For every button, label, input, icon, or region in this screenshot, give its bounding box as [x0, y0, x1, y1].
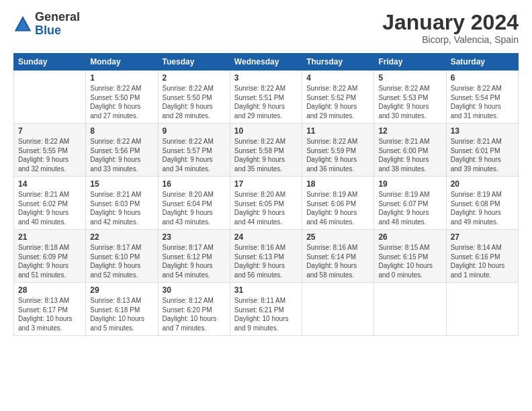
day-number: 25	[306, 232, 369, 242]
day-number: 8	[90, 126, 153, 136]
day-number: 2	[163, 73, 226, 83]
day-number: 15	[90, 179, 153, 189]
week-row-0: 1Sunrise: 8:22 AMSunset: 5:50 PMDaylight…	[14, 71, 519, 124]
calendar-cell: 19Sunrise: 8:19 AMSunset: 6:07 PMDayligh…	[374, 177, 446, 230]
day-info: Sunrise: 8:22 AMSunset: 5:53 PMDaylight:…	[378, 84, 441, 120]
calendar-cell: 27Sunrise: 8:14 AMSunset: 6:16 PMDayligh…	[446, 230, 518, 283]
day-info: Sunrise: 8:22 AMSunset: 5:58 PMDaylight:…	[234, 137, 298, 173]
calendar-cell: 17Sunrise: 8:20 AMSunset: 6:05 PMDayligh…	[230, 177, 302, 230]
day-number: 20	[451, 179, 514, 189]
day-number: 14	[18, 179, 81, 189]
day-info: Sunrise: 8:22 AMSunset: 5:50 PMDaylight:…	[90, 84, 153, 120]
week-row-2: 14Sunrise: 8:21 AMSunset: 6:02 PMDayligh…	[14, 177, 519, 230]
day-number: 19	[378, 179, 441, 189]
weekday-header-wednesday: Wednesday	[230, 54, 302, 71]
calendar-cell: 12Sunrise: 8:21 AMSunset: 6:00 PMDayligh…	[374, 124, 446, 177]
day-number: 27	[451, 232, 514, 242]
day-number: 16	[163, 179, 226, 189]
day-info: Sunrise: 8:21 AMSunset: 6:01 PMDaylight:…	[451, 137, 514, 173]
calendar-cell: 10Sunrise: 8:22 AMSunset: 5:58 PMDayligh…	[230, 124, 302, 177]
calendar-cell: 25Sunrise: 8:16 AMSunset: 6:14 PMDayligh…	[302, 230, 374, 283]
day-info: Sunrise: 8:13 AMSunset: 6:18 PMDaylight:…	[90, 296, 153, 332]
calendar-cell: 3Sunrise: 8:22 AMSunset: 5:51 PMDaylight…	[230, 71, 302, 124]
weekday-header-row: SundayMondayTuesdayWednesdayThursdayFrid…	[14, 54, 519, 71]
week-row-1: 7Sunrise: 8:22 AMSunset: 5:55 PMDaylight…	[14, 124, 519, 177]
calendar-cell: 13Sunrise: 8:21 AMSunset: 6:01 PMDayligh…	[446, 124, 518, 177]
calendar-table: SundayMondayTuesdayWednesdayThursdayFrid…	[13, 53, 519, 336]
calendar-cell: 9Sunrise: 8:22 AMSunset: 5:57 PMDaylight…	[158, 124, 230, 177]
day-info: Sunrise: 8:19 AMSunset: 6:06 PMDaylight:…	[306, 190, 369, 226]
day-number: 3	[234, 73, 298, 83]
day-info: Sunrise: 8:21 AMSunset: 6:02 PMDaylight:…	[18, 190, 81, 226]
day-info: Sunrise: 8:22 AMSunset: 5:50 PMDaylight:…	[163, 84, 226, 120]
day-info: Sunrise: 8:17 AMSunset: 6:12 PMDaylight:…	[163, 243, 226, 279]
calendar-cell: 1Sunrise: 8:22 AMSunset: 5:50 PMDaylight…	[86, 71, 158, 124]
calendar-cell: 23Sunrise: 8:17 AMSunset: 6:12 PMDayligh…	[158, 230, 230, 283]
logo: General Blue	[13, 11, 80, 38]
day-info: Sunrise: 8:18 AMSunset: 6:09 PMDaylight:…	[18, 243, 81, 279]
week-row-3: 21Sunrise: 8:18 AMSunset: 6:09 PMDayligh…	[14, 230, 519, 283]
day-info: Sunrise: 8:22 AMSunset: 5:59 PMDaylight:…	[306, 137, 369, 173]
day-info: Sunrise: 8:12 AMSunset: 6:20 PMDaylight:…	[163, 296, 226, 332]
weekday-header-monday: Monday	[86, 54, 158, 71]
day-info: Sunrise: 8:22 AMSunset: 5:57 PMDaylight:…	[163, 137, 226, 173]
day-number: 12	[378, 126, 441, 136]
day-number: 4	[306, 73, 369, 83]
day-number: 29	[90, 285, 153, 295]
weekday-header-tuesday: Tuesday	[158, 54, 230, 71]
calendar-cell	[446, 283, 518, 336]
month-title: January 2024	[382, 11, 519, 34]
calendar-cell: 6Sunrise: 8:22 AMSunset: 5:54 PMDaylight…	[446, 71, 518, 124]
day-info: Sunrise: 8:20 AMSunset: 6:04 PMDaylight:…	[163, 190, 226, 226]
calendar-cell: 29Sunrise: 8:13 AMSunset: 6:18 PMDayligh…	[86, 283, 158, 336]
day-info: Sunrise: 8:16 AMSunset: 6:13 PMDaylight:…	[234, 243, 298, 279]
day-info: Sunrise: 8:16 AMSunset: 6:14 PMDaylight:…	[306, 243, 369, 279]
calendar-cell: 16Sunrise: 8:20 AMSunset: 6:04 PMDayligh…	[158, 177, 230, 230]
calendar-cell	[302, 283, 374, 336]
day-number: 23	[163, 232, 226, 242]
day-number: 17	[234, 179, 298, 189]
day-info: Sunrise: 8:11 AMSunset: 6:21 PMDaylight:…	[234, 296, 298, 332]
day-info: Sunrise: 8:17 AMSunset: 6:10 PMDaylight:…	[90, 243, 153, 279]
calendar-cell: 28Sunrise: 8:13 AMSunset: 6:17 PMDayligh…	[14, 283, 86, 336]
day-info: Sunrise: 8:20 AMSunset: 6:05 PMDaylight:…	[234, 190, 298, 226]
calendar-cell: 2Sunrise: 8:22 AMSunset: 5:50 PMDaylight…	[158, 71, 230, 124]
weekday-header-saturday: Saturday	[446, 54, 518, 71]
calendar-cell: 30Sunrise: 8:12 AMSunset: 6:20 PMDayligh…	[158, 283, 230, 336]
calendar-cell: 20Sunrise: 8:19 AMSunset: 6:08 PMDayligh…	[446, 177, 518, 230]
day-info: Sunrise: 8:14 AMSunset: 6:16 PMDaylight:…	[451, 243, 514, 279]
day-number: 5	[378, 73, 441, 83]
day-number: 6	[451, 73, 514, 83]
day-info: Sunrise: 8:22 AMSunset: 5:54 PMDaylight:…	[451, 84, 514, 120]
header: General Blue January 2024 Bicorp, Valenc…	[13, 11, 519, 45]
calendar-cell: 18Sunrise: 8:19 AMSunset: 6:06 PMDayligh…	[302, 177, 374, 230]
day-info: Sunrise: 8:13 AMSunset: 6:17 PMDaylight:…	[18, 296, 81, 332]
day-number: 10	[234, 126, 298, 136]
subtitle: Bicorp, Valencia, Spain	[382, 34, 519, 45]
calendar-cell	[14, 71, 86, 124]
logo-icon	[13, 15, 32, 34]
day-info: Sunrise: 8:22 AMSunset: 5:56 PMDaylight:…	[90, 137, 153, 173]
calendar-cell: 22Sunrise: 8:17 AMSunset: 6:10 PMDayligh…	[86, 230, 158, 283]
day-number: 13	[451, 126, 514, 136]
day-number: 11	[306, 126, 369, 136]
page: General Blue January 2024 Bicorp, Valenc…	[0, 0, 532, 411]
day-number: 21	[18, 232, 81, 242]
day-number: 1	[90, 73, 153, 83]
day-info: Sunrise: 8:22 AMSunset: 5:51 PMDaylight:…	[234, 84, 298, 120]
calendar-cell: 15Sunrise: 8:21 AMSunset: 6:03 PMDayligh…	[86, 177, 158, 230]
title-area: January 2024 Bicorp, Valencia, Spain	[382, 11, 519, 45]
calendar-cell: 14Sunrise: 8:21 AMSunset: 6:02 PMDayligh…	[14, 177, 86, 230]
logo-general-text: General	[35, 10, 80, 24]
calendar-cell: 31Sunrise: 8:11 AMSunset: 6:21 PMDayligh…	[230, 283, 302, 336]
day-number: 24	[234, 232, 298, 242]
day-number: 9	[163, 126, 226, 136]
day-info: Sunrise: 8:21 AMSunset: 6:00 PMDaylight:…	[378, 137, 441, 173]
calendar-cell: 8Sunrise: 8:22 AMSunset: 5:56 PMDaylight…	[86, 124, 158, 177]
calendar-cell: 26Sunrise: 8:15 AMSunset: 6:15 PMDayligh…	[374, 230, 446, 283]
weekday-header-friday: Friday	[374, 54, 446, 71]
calendar-cell: 24Sunrise: 8:16 AMSunset: 6:13 PMDayligh…	[230, 230, 302, 283]
day-info: Sunrise: 8:22 AMSunset: 5:52 PMDaylight:…	[306, 84, 369, 120]
calendar-cell: 11Sunrise: 8:22 AMSunset: 5:59 PMDayligh…	[302, 124, 374, 177]
day-number: 26	[378, 232, 441, 242]
